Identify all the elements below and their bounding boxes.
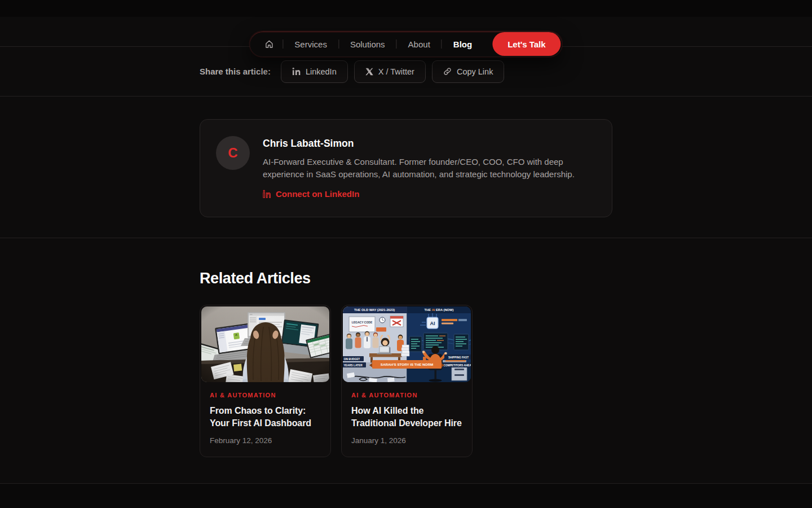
- article-category: AI & AUTOMATION: [210, 392, 321, 398]
- connect-linkedin-label: Connect on LinkedIn: [276, 189, 359, 199]
- share-label: Share this article:: [200, 67, 271, 76]
- article-date: February 12, 2026: [210, 436, 321, 445]
- nav-item-solutions[interactable]: Solutions: [339, 40, 396, 49]
- ai-era-header: THE AI ERA (NOW): [425, 309, 454, 312]
- old-way-header: THE OLD WAY (2021-2023): [354, 309, 395, 312]
- copy-link-button[interactable]: Copy Link: [432, 60, 504, 83]
- ai-chip-label: AI: [430, 321, 435, 326]
- share-linkedin-button[interactable]: LinkedIn: [281, 60, 348, 83]
- ribbon-text: SARAH'S STORY IS THE NORM: [381, 362, 433, 366]
- avatar: C: [216, 136, 250, 170]
- linkedin-icon: [292, 67, 301, 76]
- connect-linkedin-link[interactable]: Connect on LinkedIn: [263, 189, 359, 199]
- related-articles-heading: Related Articles: [200, 270, 612, 287]
- author-name: Chris Labatt-Simon: [263, 138, 589, 150]
- share-twitter-button[interactable]: X / Twitter: [354, 60, 426, 83]
- nav-item-blog[interactable]: Blog: [442, 40, 483, 49]
- article-image-overwhelmed-desk[interactable]: [201, 306, 329, 382]
- article-title[interactable]: From Chaos to Clarity: Your First AI Das…: [210, 405, 321, 429]
- article-card-ai-killed-developer-hire[interactable]: LEGACY CODE: [341, 305, 473, 457]
- whiteboard-text: LEGACY CODE: [352, 321, 373, 324]
- share-linkedin-label: LinkedIn: [306, 67, 337, 76]
- comic-illustration: LEGACY CODE: [343, 306, 471, 382]
- badge-shipping-fast: SHIPPING FAST: [448, 356, 469, 359]
- home-icon: [264, 40, 273, 49]
- copy-link-label: Copy Link: [457, 67, 493, 76]
- badge-on-budget: ON BUDGET: [344, 358, 360, 361]
- article-title[interactable]: How AI Killed the Traditional Developer …: [351, 405, 462, 429]
- article-category: AI & AUTOMATION: [351, 392, 462, 398]
- article-image-old-way-vs-ai-era[interactable]: LEGACY CODE: [343, 306, 471, 382]
- nav-item-about[interactable]: About: [397, 40, 442, 49]
- link-icon: [443, 67, 452, 76]
- article-card-body: AI & AUTOMATION How AI Killed the Tradit…: [342, 383, 472, 457]
- article-card-body: AI & AUTOMATION From Chaos to Clarity: Y…: [200, 383, 330, 457]
- chaos-photo-illustration: [201, 306, 329, 382]
- top-strip: [0, 0, 812, 17]
- article-date: January 1, 2026: [351, 436, 462, 445]
- site-header: Services Solutions About Blog Let's Talk: [0, 17, 812, 47]
- x-twitter-icon: [365, 68, 373, 76]
- badge-years-later: YEARS LATER: [343, 364, 363, 367]
- author-info: Chris Labatt-Simon AI-Forward Executive …: [263, 136, 589, 200]
- linkedin-icon: [263, 190, 271, 198]
- author-section: C Chris Labatt-Simon AI-Forward Executiv…: [0, 97, 812, 238]
- nav-item-services[interactable]: Services: [283, 40, 338, 49]
- article-card-chaos-to-clarity[interactable]: AI & AUTOMATION From Chaos to Clarity: Y…: [200, 305, 331, 457]
- lets-talk-button[interactable]: Let's Talk: [492, 32, 561, 56]
- author-card: C Chris Labatt-Simon AI-Forward Executiv…: [200, 119, 612, 217]
- related-articles-section: Related Articles: [0, 238, 812, 457]
- home-link[interactable]: [255, 40, 283, 49]
- author-bio: AI-Forward Executive & Consultant. Forme…: [263, 156, 589, 181]
- site-footer: [0, 483, 812, 508]
- badge-competitors: COMPETITORS AHEAD: [444, 364, 471, 367]
- related-articles-list: AI & AUTOMATION From Chaos to Clarity: Y…: [200, 305, 612, 457]
- share-twitter-label: X / Twitter: [378, 67, 414, 76]
- blog-article-page: Services Solutions About Blog Let's Talk…: [0, 0, 812, 457]
- main-nav: Services Solutions About Blog Let's Talk: [249, 31, 562, 57]
